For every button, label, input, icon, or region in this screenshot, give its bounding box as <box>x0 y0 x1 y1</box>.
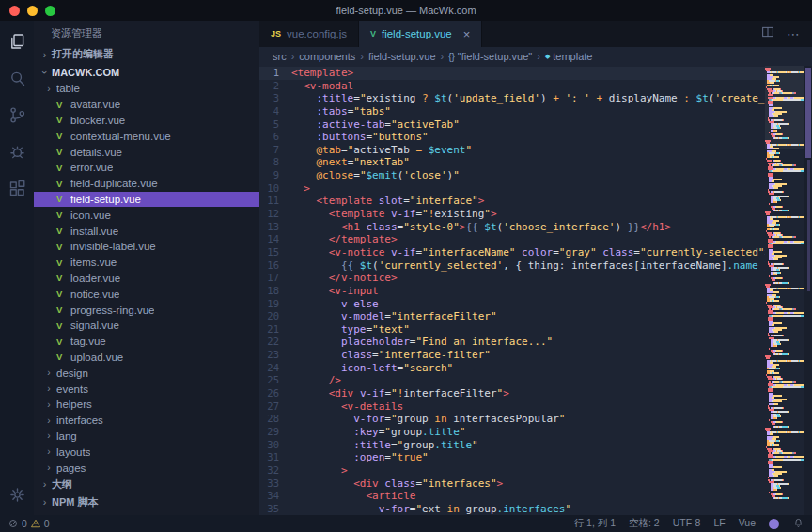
code-line[interactable]: 12 <template v-if="!existing"> <box>259 208 765 221</box>
code-line[interactable]: 21 type="text" <box>259 323 765 336</box>
code-line[interactable]: 26 <div v-if="!interfaceFilter"> <box>259 387 765 400</box>
code-area[interactable]: 1<template>2 <v-modal3 :title="existing … <box>259 66 765 515</box>
code-line[interactable]: 29 :key="group.title" <box>259 426 765 439</box>
status-item[interactable]: LF <box>713 517 725 530</box>
breadcrumb-item[interactable]: {}"field-setup.vue" <box>448 51 532 62</box>
code-line[interactable]: 7 @tab="activeTab = $event" <box>259 144 765 157</box>
status-item[interactable]: UTF-8 <box>673 517 701 530</box>
code-line[interactable]: 4 :tabs="tabs" <box>259 105 765 118</box>
explorer-icon[interactable] <box>6 30 28 53</box>
tree-item-loader-vue[interactable]: V loader.vue <box>34 271 259 287</box>
code-line[interactable]: 13 <h1 class="style-0">{{ $t('choose_int… <box>259 221 765 234</box>
tree-item-layouts[interactable]: › layouts <box>34 444 259 460</box>
code-line[interactable]: 20 v-model="interfaceFilter" <box>259 310 765 323</box>
tree-item-install-vue[interactable]: V install.vue <box>34 223 259 239</box>
code-line[interactable]: 1<template> <box>259 67 765 80</box>
zoom-window-button[interactable] <box>45 6 55 16</box>
tree-item-error-vue[interactable]: V error.vue <box>34 160 259 176</box>
tree-item-label: tag.vue <box>70 336 106 347</box>
settings-gear-icon[interactable] <box>6 483 28 506</box>
tree-item-label: layouts <box>56 446 90 458</box>
tree-item-pages[interactable]: › pages <box>34 460 259 476</box>
code-line[interactable]: 2 <v-modal <box>259 80 765 93</box>
tree-item-notice-vue[interactable]: V notice.vue <box>34 286 259 302</box>
tree-item-icon-vue[interactable]: V icon.vue <box>34 207 259 223</box>
source-control-icon[interactable] <box>6 103 28 126</box>
tree-item-upload-vue[interactable]: V upload.vue <box>34 350 259 366</box>
code-line[interactable]: 5 :active-tab="activeTab" <box>259 118 765 132</box>
tab-field-setup-vue[interactable]: V field-setup.vue × <box>359 21 482 47</box>
scrollbar-thumb[interactable] <box>805 68 811 158</box>
code-line[interactable]: 17 </v-notice> <box>259 272 765 285</box>
code-line[interactable]: 16 {{ $t('currently_selected', { thing: … <box>259 259 765 273</box>
status-item[interactable]: 行 1, 列 1 <box>574 517 616 530</box>
tree-item-signal-vue[interactable]: V signal.vue <box>34 318 259 334</box>
npm-scripts-section[interactable]: › NPM 脚本 <box>34 493 259 511</box>
problems-indicator[interactable]: 0 0 <box>8 518 50 529</box>
tab-vue-config-js[interactable]: JS vue.config.js <box>259 21 359 47</box>
scrollbar[interactable] <box>804 66 812 515</box>
tree-item-avatar-vue[interactable]: V avatar.vue <box>34 97 259 113</box>
tree-item-field-duplicate-vue[interactable]: V field-duplicate.vue <box>34 176 259 192</box>
tree-item-contextual-menu-vue[interactable]: V contextual-menu.vue <box>34 128 259 144</box>
more-actions-icon[interactable]: ⋯ <box>787 26 801 41</box>
tree-item-helpers[interactable]: › helpers <box>34 397 259 413</box>
code-line[interactable]: 10 > <box>259 182 765 196</box>
code-line[interactable]: 14 </template> <box>259 233 765 246</box>
minimap[interactable] <box>765 66 804 515</box>
code-line[interactable]: 9 @close="$emit('close')" <box>259 169 765 182</box>
feedback-icon[interactable] <box>769 519 779 529</box>
code-line[interactable]: 33 <div class="interfaces"> <box>259 477 765 491</box>
code-line[interactable]: 23 class="interface-filter" <box>259 349 765 362</box>
code-line[interactable]: 19 v-else <box>259 298 765 311</box>
outline-section[interactable]: › 大纲 <box>34 476 259 493</box>
tree-item-details-vue[interactable]: V details.vue <box>34 144 259 160</box>
tree-item-progress-ring-vue[interactable]: V progress-ring.vue <box>34 302 259 318</box>
split-editor-icon[interactable] <box>760 24 775 43</box>
code-line[interactable]: 34 <article <box>259 490 765 503</box>
code-line[interactable]: 3 :title="existing ? $t('update_field') … <box>259 92 765 105</box>
code-line[interactable]: 31 :open="true" <box>259 451 765 464</box>
code-line[interactable]: 35 v-for="ext in group.interfaces" <box>259 503 765 515</box>
code-editor[interactable]: 1<template>2 <v-modal3 :title="existing … <box>259 66 812 515</box>
tree-item-field-setup-vue[interactable]: V field-setup.vue <box>34 192 259 208</box>
close-window-button[interactable] <box>9 6 20 16</box>
code-line[interactable]: 27 <v-details <box>259 400 765 414</box>
search-icon[interactable] <box>6 67 28 89</box>
code-line[interactable]: 8 @next="nextTab" <box>259 156 765 169</box>
tree-item-items-vue[interactable]: V items.vue <box>34 255 259 271</box>
code-line[interactable]: 24 icon-left="search" <box>259 362 765 375</box>
code-line[interactable]: 18 <v-input <box>259 285 765 298</box>
code-line[interactable]: 25 /> <box>259 374 765 387</box>
code-line[interactable]: 11 <template slot="interface"> <box>259 195 765 208</box>
code-line[interactable]: 32 > <box>259 464 765 477</box>
tree-item-design[interactable]: › design <box>34 365 259 381</box>
breadcrumb-item[interactable]: ◆template <box>545 51 593 62</box>
tree-item-interfaces[interactable]: › interfaces <box>34 413 259 429</box>
status-item[interactable]: Vue <box>739 517 756 530</box>
tree-item-invisible-label-vue[interactable]: V invisible-label.vue <box>34 239 259 255</box>
breadcrumb-item[interactable]: field-setup.vue <box>368 51 436 62</box>
code-line[interactable]: 30 :title="group.title" <box>259 439 765 452</box>
close-icon[interactable]: × <box>463 28 471 40</box>
tree-item-tag-vue[interactable]: V tag.vue <box>34 334 259 350</box>
extensions-icon[interactable] <box>6 177 28 199</box>
tree-item-events[interactable]: › events <box>34 381 259 397</box>
bell-icon[interactable] <box>792 517 804 531</box>
code-line[interactable]: 22 placeholder="Find an interface..." <box>259 336 765 349</box>
breadcrumb-item[interactable]: src <box>273 51 287 62</box>
breadcrumb-item[interactable]: components <box>299 51 355 62</box>
tree-item-lang[interactable]: › lang <box>34 429 259 445</box>
workspace-root-section[interactable]: › MACWK.COM <box>34 63 259 81</box>
minimap-viewport[interactable] <box>765 66 804 149</box>
code-line[interactable]: 15 <v-notice v-if="interfaceName" color=… <box>259 246 765 259</box>
open-editors-section[interactable]: › 打开的编辑器 <box>34 45 259 63</box>
tree-item-table[interactable]: › table <box>34 81 259 97</box>
line-number: 5 <box>259 118 291 132</box>
code-line[interactable]: 6 :buttons="buttons" <box>259 131 765 144</box>
tree-item-blocker-vue[interactable]: V blocker.vue <box>34 113 259 129</box>
code-line[interactable]: 28 v-for="group in interfacesPopular" <box>259 413 765 426</box>
status-item[interactable]: 空格: 2 <box>629 517 660 530</box>
minimize-window-button[interactable] <box>27 6 38 16</box>
debug-icon[interactable] <box>6 140 28 163</box>
